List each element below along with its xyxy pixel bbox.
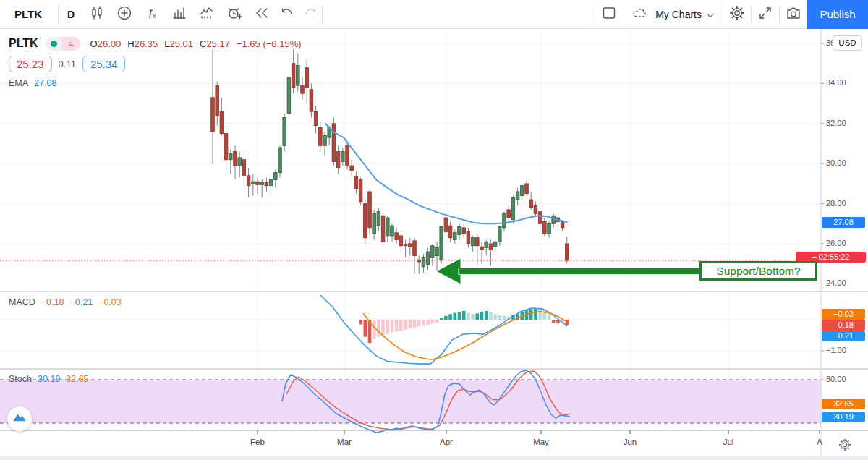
stoch-k-value: 30.19	[38, 374, 60, 384]
chart-style-button[interactable]	[83, 0, 111, 29]
time-tick-label: Mar	[328, 438, 360, 446]
my-charts-label: My Charts	[655, 9, 702, 20]
camera-icon	[785, 4, 802, 25]
fx-icon: ƒx	[143, 4, 161, 25]
symbol-legend: PLTK ≈ O26.00 H26.35 L25.01 C25.17 −1.65…	[9, 36, 302, 72]
indicators-button[interactable]: ƒx	[138, 0, 166, 29]
price-tick-label: 24.00	[826, 278, 846, 287]
macd-line-pill: −0.21	[822, 331, 865, 341]
macd-signal-value: −0.03	[98, 297, 122, 307]
price-tick-label: 26.00	[826, 239, 846, 247]
stoch-label: Stoch	[9, 374, 32, 384]
symbol-button[interactable]: PLTK	[0, 8, 58, 20]
macd-line-value: −0.21	[69, 297, 93, 307]
layout-square-icon	[600, 4, 618, 25]
ema-value: 27.08	[34, 78, 56, 88]
macd-hist-value: −0.18	[41, 297, 64, 307]
replay-button[interactable]	[248, 0, 276, 29]
expand-arrows-icon	[757, 4, 774, 25]
my-charts-button[interactable]: My Charts	[623, 0, 723, 29]
stoch-k-pill: 30.19	[822, 412, 865, 422]
market-status-toggle[interactable]: ≈	[46, 37, 80, 51]
gear-icon	[837, 443, 853, 455]
macd-signal-pill: −0.03	[822, 309, 865, 320]
price-tick-label: 32.00	[826, 119, 846, 127]
chart-settings-button[interactable]	[723, 0, 751, 29]
redo-button[interactable]	[299, 0, 322, 29]
price-tick-label: 30.00	[826, 158, 846, 167]
chevron-down-icon	[707, 9, 714, 20]
macd-label: MACD	[9, 297, 35, 307]
forecast-line-icon	[198, 4, 216, 25]
macd-hist-pill: −0.18	[822, 320, 865, 331]
ema-label: EMA	[9, 78, 28, 88]
market-open-dot-icon	[46, 37, 62, 51]
bar-chart-icon	[171, 4, 188, 25]
time-tick-label: Jul	[712, 438, 744, 446]
plus-circle-icon	[116, 4, 133, 25]
window-footer	[0, 456, 868, 460]
time-tick-label: Jun	[614, 438, 646, 446]
fundamentals-button[interactable]	[166, 0, 193, 29]
ema-legend[interactable]: EMA 27.08	[9, 78, 56, 88]
legend-symbol[interactable]: PLTK	[9, 37, 38, 50]
svg-text:x: x	[153, 12, 156, 20]
time-tick-label: Apr	[430, 438, 462, 446]
time-axis-settings-button[interactable]	[837, 437, 853, 456]
sell-price-button[interactable]: 25.23	[9, 56, 52, 72]
mountains-icon	[11, 409, 28, 429]
toolbar-divider	[322, 5, 323, 24]
compare-add-button[interactable]	[111, 0, 138, 29]
layout-button[interactable]	[595, 0, 623, 29]
chart-window: PLTK D ƒx	[0, 0, 868, 460]
ohlc-values: O26.00 H26.35 L25.01 C25.17 −1.65 (−6.15…	[90, 38, 302, 49]
alert-button[interactable]	[221, 0, 248, 29]
candlestick-icon	[88, 4, 106, 25]
undo-arrow-icon	[279, 5, 295, 24]
approx-price-icon: ≈	[62, 37, 80, 51]
price-tick-label: 34.00	[826, 78, 846, 87]
brand-logo	[7, 406, 32, 431]
price-tick-label: 28.00	[826, 199, 846, 208]
stoch-d-value: 32.65	[66, 374, 88, 384]
buy-price-button[interactable]: 25.34	[82, 56, 126, 72]
currency-button[interactable]: USD	[833, 35, 862, 51]
spread-value: 0.11	[59, 59, 76, 69]
support-annotation[interactable]: Support/Bottom?	[699, 261, 817, 281]
stoch-d-pill: 32.65	[822, 399, 865, 409]
macd-legend[interactable]: MACD −0.18 −0.21 −0.03	[9, 297, 122, 307]
time-tick-label: May	[525, 438, 557, 446]
alarm-clock-plus-icon	[226, 4, 243, 25]
cloud-icon	[631, 5, 650, 23]
templates-button[interactable]	[193, 0, 221, 29]
snapshot-button[interactable]	[780, 0, 807, 29]
redo-arrow-icon	[302, 5, 318, 24]
rewind-icon	[253, 4, 271, 25]
stoch-legend[interactable]: Stoch 30.19 32.65	[9, 374, 89, 384]
publish-button[interactable]: Publish	[807, 0, 868, 29]
fullscreen-button[interactable]	[752, 0, 779, 29]
gear-icon	[728, 4, 746, 25]
time-tick-label: A	[804, 438, 835, 446]
top-toolbar: PLTK D ƒx	[0, 0, 868, 29]
indicator-tick-label: −1.00	[826, 346, 846, 354]
support-arrow[interactable]	[436, 258, 461, 284]
undo-button[interactable]	[276, 0, 299, 29]
indicator-tick-label: 80.00	[826, 375, 846, 383]
time-tick-label: Feb	[242, 438, 273, 446]
interval-button[interactable]: D	[59, 0, 83, 29]
change-value: −1.65 (−6.15%)	[237, 38, 302, 49]
ema-price-pill: 27.08	[822, 217, 865, 228]
